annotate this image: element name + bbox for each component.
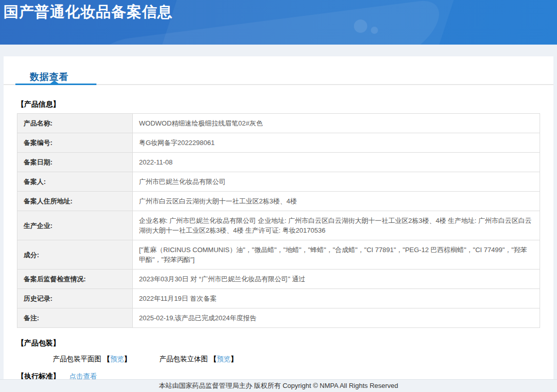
- row-value-supervision-check: 2023年03月30日 对 “广州市巴妮兰化妆品有限公司” 通过: [133, 270, 540, 289]
- header-decoration-panel: [158, 0, 457, 45]
- row-value-history: 2022年11月19日 首次备案: [133, 289, 540, 308]
- package-flat-preview-link[interactable]: 预览: [110, 355, 124, 363]
- header-decoration-circle: [371, 27, 378, 34]
- main-panel: 数据查看 【产品信息】 产品名称: WODWOD精细速绘极细拉线眉笔02#灰色 …: [4, 56, 553, 379]
- row-label-supervision-check: 备案后监督检查情况:: [17, 270, 133, 289]
- table-row: 备案日期: 2022-11-08: [17, 153, 540, 172]
- active-tab-underline: [15, 84, 96, 85]
- row-value-registrant: 广州市巴妮兰化妆品有限公司: [133, 172, 540, 192]
- section-title-product-package: 【产品包装】: [17, 339, 540, 348]
- package-stereo-preview-link[interactable]: 预览: [217, 355, 231, 363]
- table-row: 成分: ["蓖麻（RICINUS COMMUNIS）油"，"微晶蜡"，"地蜡"，…: [17, 240, 540, 270]
- row-value-manufacturer: 企业名称: 广州市巴妮兰化妆品有限公司 企业地址: 广州市白云区白云湖街大朗十一…: [133, 211, 540, 240]
- header-decoration-circle: [354, 19, 367, 33]
- bracket-open: 【: [210, 355, 217, 363]
- row-label-registrant-address: 备案人住所地址:: [17, 192, 133, 211]
- table-row: 备案后监督检查情况: 2023年03月30日 对 “广州市巴妮兰化妆品有限公司”…: [17, 270, 540, 289]
- row-value-registration-number: 粤G妆网备字2022298061: [133, 133, 540, 153]
- row-value-registrant-address: 广州市白云区白云湖街大朗十一社工业区2栋3楼、4楼: [133, 192, 540, 211]
- table-row: 生产企业: 企业名称: 广州市巴妮兰化妆品有限公司 企业地址: 广州市白云区白云…: [17, 211, 540, 240]
- table-row: 备案编号: 粤G妆网备字2022298061: [17, 133, 540, 153]
- bracket-close: 】: [124, 355, 131, 363]
- row-label-remark: 备注:: [17, 308, 133, 328]
- row-label-registrant: 备案人:: [17, 172, 133, 192]
- section-title-product-info: 【产品信息】: [17, 100, 540, 109]
- row-label-history: 历史记录:: [17, 289, 133, 308]
- page-footer: 本站由国家药品监督管理局主办 版权所有 Copyright © NMPA All…: [0, 379, 557, 392]
- table-row: 历史记录: 2022年11月19日 首次备案: [17, 289, 540, 308]
- row-label-ingredients: 成分:: [17, 240, 133, 270]
- page-header: 国产普通化妆品备案信息: [0, 0, 557, 45]
- row-label-registration-date: 备案日期:: [17, 153, 133, 172]
- page-title: 国产普通化妆品备案信息: [4, 2, 173, 23]
- product-info-table: 产品名称: WODWOD精细速绘极细拉线眉笔02#灰色 备案编号: 粤G妆网备字…: [17, 113, 540, 328]
- row-value-registration-date: 2022-11-08: [133, 153, 540, 172]
- row-label-registration-number: 备案编号:: [17, 133, 133, 153]
- bracket-close: 】: [231, 355, 238, 363]
- package-flat-label: 产品包装平面图: [53, 355, 102, 363]
- package-preview-row: 产品包装平面图 【预览】 产品包装立体图 【预览】: [53, 355, 540, 364]
- row-value-remark: 2025-02-19,该产品已完成2024年度报告: [133, 308, 540, 328]
- table-row: 备案人住所地址: 广州市白云区白云湖街大朗十一社工业区2栋3楼、4楼: [17, 192, 540, 211]
- row-value-ingredients: ["蓖麻（RICINUS COMMUNIS）油"，"微晶蜡"，"地蜡"，"蜂蜡"…: [133, 240, 540, 270]
- tab-data-view[interactable]: 数据查看: [30, 71, 69, 83]
- package-stereo-label: 产品包装立体图: [160, 355, 208, 363]
- row-label-product-name: 产品名称:: [17, 114, 133, 133]
- tab-bar: 数据查看: [4, 56, 553, 85]
- tab-pointer-triangle: [50, 80, 58, 84]
- table-row: 产品名称: WODWOD精细速绘极细拉线眉笔02#灰色: [17, 114, 540, 133]
- table-row: 备案人: 广州市巴妮兰化妆品有限公司: [17, 172, 540, 192]
- bracket-open: 【: [103, 355, 110, 363]
- row-value-product-name: WODWOD精细速绘极细拉线眉笔02#灰色: [133, 114, 540, 133]
- row-label-manufacturer: 生产企业:: [17, 211, 133, 240]
- table-row: 备注: 2025-02-19,该产品已完成2024年度报告: [17, 308, 540, 328]
